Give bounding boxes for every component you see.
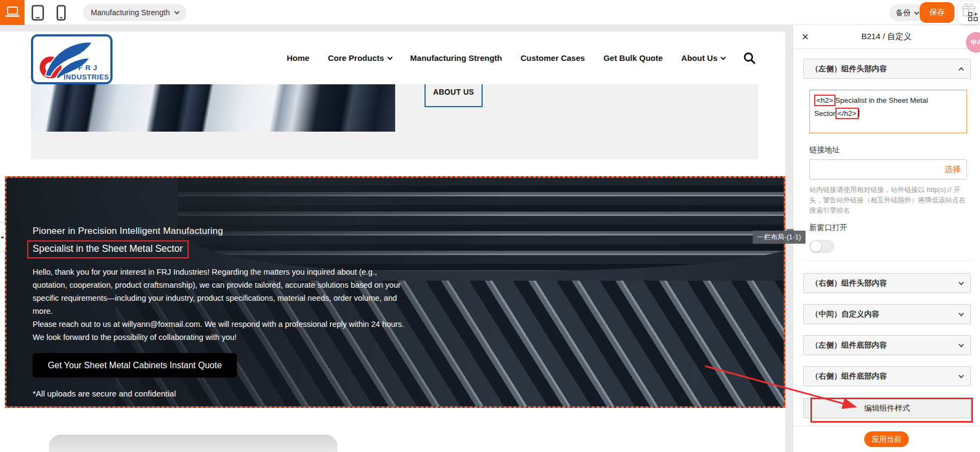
nav-item-about-us[interactable]: About Us	[681, 53, 725, 63]
save-button[interactable]: 保存	[920, 2, 954, 23]
about-us-label: ABOUT US	[433, 88, 475, 96]
panel-title: B214 / 自定义	[793, 32, 980, 42]
site-preview-canvas: ABOUT US FRJ INDUSTRIES Home Core Produc…	[0, 32, 785, 452]
panel-footer: 应用当前	[793, 426, 980, 452]
device-desktop-button[interactable]	[0, 0, 24, 25]
collapsed-sections: （右侧）组件头部内容 （中间）自定义内容 （左侧）组件底部内容 （右侧）组件底部…	[803, 273, 971, 386]
left-panel-collapse-handle[interactable]	[0, 222, 5, 252]
nav-item-core-products[interactable]: Core Products	[328, 53, 391, 63]
toggle-knob	[810, 241, 821, 252]
link-address-input[interactable]: 选择	[809, 159, 967, 179]
device-phone-button[interactable]	[57, 5, 66, 23]
logo-text-frj: FRJ	[78, 64, 100, 72]
hero-eyebrow: Pioneer in Precision Intelligent Manufac…	[33, 226, 565, 237]
section-right-header-content[interactable]: （右侧）组件头部内容	[803, 273, 971, 293]
chevron-up-icon	[959, 67, 964, 73]
page-selector-label: Manufacturing Strength	[91, 8, 170, 17]
hero-heading-annotation-box: Specialist in the Sheet Metal Sector	[27, 240, 189, 258]
hero-paragraph-1: Hello, thank you for your interest in FR…	[33, 265, 413, 318]
nav-item-manufacturing-strength[interactable]: Manufacturing Strength	[410, 53, 502, 63]
logo-text-industries: INDUSTRIES	[64, 73, 109, 81]
layout-tooltip: 一栏布局-(1-1)	[753, 231, 806, 244]
new-window-label: 新窗口打开	[809, 223, 971, 233]
edit-component-style-button[interactable]: 编辑组件样式	[803, 398, 971, 418]
new-window-toggle[interactable]	[809, 240, 834, 253]
editor-toolbar: Manufacturing Strength 备份 保存	[0, 0, 980, 25]
section-right-footer-content[interactable]: （右侧）组件底部内容	[803, 366, 971, 386]
promotions-button[interactable]	[958, 1, 980, 24]
hero-paragraph-2: Please reach out to us at willyann@foxma…	[33, 318, 565, 331]
hero-paragraph-3: We look forward to the possibility of co…	[33, 331, 565, 344]
hero-heading: Specialist in the Sheet Metal Sector	[33, 243, 183, 254]
instant-quote-button[interactable]: Get Your Sheet Metal Cabinets Instant Qu…	[33, 353, 237, 377]
frj-logo[interactable]: FRJ INDUSTRIES	[31, 34, 113, 84]
link-help-text: 站内链接请使用相对链接，站外链接以 http(s):// 开头，警告站外链接（相…	[809, 185, 969, 215]
component-settings-panel: × B214 / 自定义 （左侧）组件头部内容 <h2>Specialist i…	[792, 25, 980, 452]
hero-component-selected[interactable]: Pioneer in Precision Intelligent Manufac…	[5, 176, 785, 408]
chevron-down-icon	[914, 9, 920, 15]
h2-open-tag-annotation: <h2>	[814, 95, 835, 106]
section-left-header-content[interactable]: （左侧）组件头部内容	[803, 59, 971, 79]
component-header-content-input[interactable]: <h2>Specialist in the Sheet Metal Sector…	[809, 90, 967, 133]
handle-dash-icon	[1, 237, 4, 238]
site-nav: Home Core Products Manufacturing Strengt…	[287, 32, 756, 84]
save-label: 保存	[929, 8, 945, 17]
add-component-icon	[968, 12, 978, 21]
apply-current-button[interactable]: 应用当前	[864, 431, 909, 447]
site-header: FRJ INDUSTRIES Home Core Products Manufa…	[0, 32, 785, 84]
hero-note: *All uploads are secure and confidential	[33, 389, 565, 398]
text-caret	[859, 109, 859, 117]
chevron-down-icon	[959, 311, 964, 316]
device-tablet-button[interactable]	[32, 5, 44, 23]
smartphone-icon	[57, 13, 66, 22]
chevron-down-icon	[959, 342, 964, 347]
chevron-down-icon	[721, 54, 726, 60]
hero-body: Hello, thank you for your interest in FR…	[33, 265, 565, 344]
section-left-footer-content[interactable]: （左侧）组件底部内容	[803, 335, 971, 355]
panel-body: （左侧）组件头部内容 <h2>Specialist in the Sheet M…	[793, 49, 980, 426]
search-button[interactable]	[744, 52, 756, 64]
tablet-icon	[32, 13, 44, 22]
link-address-label: 链接地址	[809, 145, 971, 155]
nav-item-get-bulk-quote[interactable]: Get Bulk Quote	[603, 53, 663, 63]
laptop-icon	[5, 6, 20, 20]
section-middle-custom-content[interactable]: （中间）自定义内容	[803, 304, 971, 324]
h2-close-tag-annotation: </h2>	[835, 108, 859, 119]
nav-item-customer-cases[interactable]: Customer Cases	[521, 53, 585, 63]
chevron-down-icon	[959, 280, 964, 285]
hero-text-block: Pioneer in Precision Intelligent Manufac…	[33, 226, 565, 398]
next-section-card-top	[49, 435, 338, 452]
nav-item-home[interactable]: Home	[287, 53, 310, 63]
backup-label: 备份	[896, 8, 911, 18]
panel-header: × B214 / 自定义	[793, 25, 980, 49]
close-icon[interactable]: ×	[802, 32, 809, 42]
choose-link-button[interactable]: 选择	[945, 164, 961, 175]
search-icon	[744, 52, 756, 64]
section-divider	[803, 261, 971, 261]
chevron-down-icon	[387, 54, 392, 60]
chevron-down-icon	[174, 9, 179, 15]
server-room-photo	[31, 84, 395, 132]
chevron-down-icon	[959, 373, 964, 378]
page-selector-dropdown[interactable]: Manufacturing Strength	[83, 4, 186, 21]
